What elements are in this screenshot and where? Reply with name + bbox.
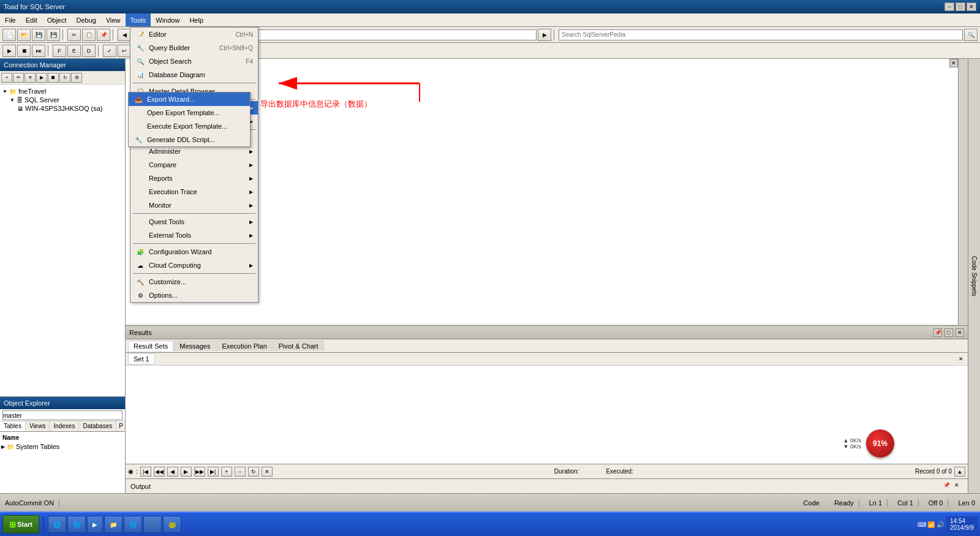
tools-menu-query-builder[interactable]: 🔧 Query Builder Ctrl+Shift+Q xyxy=(130,41,258,55)
commit-btn[interactable]: ✓ xyxy=(103,45,116,57)
results-close-button[interactable]: ✕ xyxy=(956,328,964,337)
taskbar-app-music[interactable]: 🎵 xyxy=(143,516,162,533)
minimize-button[interactable]: − xyxy=(944,2,954,11)
sql-server-expand[interactable]: ▼ xyxy=(10,97,15,103)
tab-messages[interactable]: Messages xyxy=(174,341,216,351)
nav-add-btn[interactable]: + xyxy=(221,467,232,477)
conn-new-btn[interactable]: + xyxy=(1,73,12,83)
execute-export-template-item[interactable]: Execute Export Template... xyxy=(129,119,250,133)
menu-window[interactable]: Window xyxy=(151,13,184,26)
tab-pivot-chart[interactable]: Pivot & Chart xyxy=(273,341,324,351)
conn-delete-btn[interactable]: ✕ xyxy=(24,73,36,83)
tab-indexes[interactable]: Indexes xyxy=(50,421,79,431)
taskbar-app-ie2[interactable]: 🌐 xyxy=(67,516,86,533)
tab-more[interactable]: P xyxy=(116,421,126,431)
menu-object[interactable]: Object xyxy=(42,13,72,26)
tab-views[interactable]: Views xyxy=(26,421,50,431)
sql-server-item[interactable]: ▼ 🗄 SQL Server xyxy=(2,96,123,104)
generate-ddl-script-item[interactable]: 🔧 Generate DDL Script... xyxy=(129,133,250,146)
output-pin-button[interactable]: 📌 xyxy=(943,482,952,491)
tools-menu-monitor[interactable]: Monitor ▶ xyxy=(130,198,258,212)
menu-help[interactable]: Help xyxy=(184,13,208,26)
tools-menu-customize[interactable]: 🔨 Customize... xyxy=(130,275,258,289)
editor-scrollbar[interactable] xyxy=(958,59,968,325)
nav-refresh-btn[interactable]: ↻ xyxy=(248,467,259,477)
format-btn[interactable]: F xyxy=(53,45,66,57)
menu-debug[interactable]: Debug xyxy=(72,13,101,26)
tab-databases[interactable]: Databases xyxy=(79,421,116,431)
nav-last-btn[interactable]: ▶| xyxy=(208,467,219,477)
step-button[interactable]: ⏭ xyxy=(32,45,45,57)
close-button[interactable]: ✕ xyxy=(967,2,976,11)
copy-button[interactable]: 📋 xyxy=(82,29,96,41)
explain-btn[interactable]: E xyxy=(67,45,81,57)
editor-close-button[interactable]: ✕ xyxy=(949,59,958,67)
tab-set-1[interactable]: Set 1 xyxy=(128,353,155,364)
back-button[interactable]: ◀ xyxy=(118,29,131,41)
set-close-button[interactable]: ✕ xyxy=(957,355,965,363)
save-button[interactable]: 💾 xyxy=(32,29,45,41)
conn-refresh-btn[interactable]: ↻ xyxy=(59,73,70,83)
open-button[interactable]: 📂 xyxy=(17,29,31,41)
tools-menu-object-search[interactable]: 🔍 Object Search F4 xyxy=(130,55,258,68)
nav-prev-page-btn[interactable]: ◀◀ xyxy=(154,467,165,477)
tools-menu-config-wizard[interactable]: 🧩 Configuration Wizard xyxy=(130,245,258,259)
open-export-template-item[interactable]: Open Export Template... xyxy=(129,106,250,119)
describe-btn[interactable]: D xyxy=(82,45,96,57)
nav-first-btn[interactable]: |◀ xyxy=(140,467,151,477)
menu-tools[interactable]: Tools xyxy=(126,13,151,26)
nav-prev-btn[interactable]: ◀ xyxy=(167,467,178,477)
conn-connect-btn[interactable]: ▶ xyxy=(36,73,47,83)
conn-settings-btn[interactable]: ⚙ xyxy=(71,73,82,83)
nav-scroll-up-btn[interactable]: ▲ xyxy=(954,467,965,477)
system-tables-expand[interactable]: ▶ xyxy=(1,444,5,450)
tab-tables[interactable]: Tables xyxy=(0,421,26,431)
nav-stop-btn[interactable]: ✕ xyxy=(262,467,273,477)
conn-disconnect-btn[interactable]: ⏹ xyxy=(48,73,59,83)
run-button[interactable]: ▶ xyxy=(2,45,16,57)
object-search-input[interactable] xyxy=(2,410,123,420)
rollback-btn[interactable]: ↩ xyxy=(118,45,131,57)
tab-execution-plan[interactable]: Execution Plan xyxy=(216,341,272,351)
sqlserverpedia-search[interactable] xyxy=(559,29,963,40)
tools-menu-options[interactable]: ⚙ Options... xyxy=(130,289,258,302)
conn-edit-btn[interactable]: ✏ xyxy=(13,73,24,83)
system-tables-item[interactable]: ▶ 📁 System Tables xyxy=(1,442,124,451)
tools-menu-compare[interactable]: Compare ▶ xyxy=(130,158,258,172)
tools-menu-reports[interactable]: Reports ▶ xyxy=(130,172,258,185)
nav-minus-btn[interactable]: − xyxy=(235,467,246,477)
save-all-button[interactable]: 💾 xyxy=(47,29,60,41)
code-snippets-sidebar[interactable]: Code Snippets xyxy=(968,59,980,493)
cut-button[interactable]: ✂ xyxy=(67,29,81,41)
fne-travel-expand[interactable]: ▼ xyxy=(2,89,7,94)
stop-button[interactable]: ⏹ xyxy=(17,45,31,57)
taskbar-app-media[interactable]: ▶ xyxy=(87,516,103,533)
nav-next-btn[interactable]: ▶ xyxy=(181,467,192,477)
fne-travel-item[interactable]: ▼ 📁 fneTravel xyxy=(2,87,123,96)
tools-menu-quest-tools[interactable]: Quest Tools ▶ xyxy=(130,215,258,228)
export-wizard-item[interactable]: 📤 Export Wizard... xyxy=(129,92,250,106)
taskbar-app-ie1[interactable]: 🌐 xyxy=(48,516,66,533)
tools-menu-cloud-computing[interactable]: ☁ Cloud Computing ▶ xyxy=(130,259,258,272)
taskbar-app-toad[interactable]: 🐸 xyxy=(163,516,181,533)
results-pin-button[interactable]: 📌 xyxy=(933,328,942,337)
nav-next-page-btn[interactable]: ▶▶ xyxy=(194,467,205,477)
search-go-button[interactable]: 🔍 xyxy=(964,29,978,41)
menu-view[interactable]: View xyxy=(101,13,126,26)
go-button[interactable]: ▶ xyxy=(538,29,551,41)
new-button[interactable]: 📄 xyxy=(2,29,16,41)
tab-result-sets[interactable]: Result Sets xyxy=(128,341,173,351)
start-button[interactable]: ⊞ Start xyxy=(2,515,39,534)
tools-menu-editor[interactable]: 📝 Editor Ctrl+N xyxy=(130,28,258,41)
tools-menu-database-diagram[interactable]: 📊 Database Diagram xyxy=(130,68,258,81)
menu-edit[interactable]: Edit xyxy=(21,13,42,26)
menu-file[interactable]: File xyxy=(0,13,21,26)
paste-button[interactable]: 📌 xyxy=(97,29,110,41)
tools-menu-execution-trace[interactable]: Execution Trace ▶ xyxy=(130,185,258,198)
taskbar-app-explorer[interactable]: 📁 xyxy=(104,516,123,533)
tools-menu-external-tools[interactable]: External Tools ▶ xyxy=(130,228,258,242)
results-float-button[interactable]: □ xyxy=(944,328,953,337)
output-close-button[interactable]: ✕ xyxy=(954,482,963,491)
maximize-button[interactable]: □ xyxy=(956,2,965,11)
win-server-node[interactable]: 🖥 WIN-4SPS3JHKSOQ (sa) xyxy=(2,104,123,113)
